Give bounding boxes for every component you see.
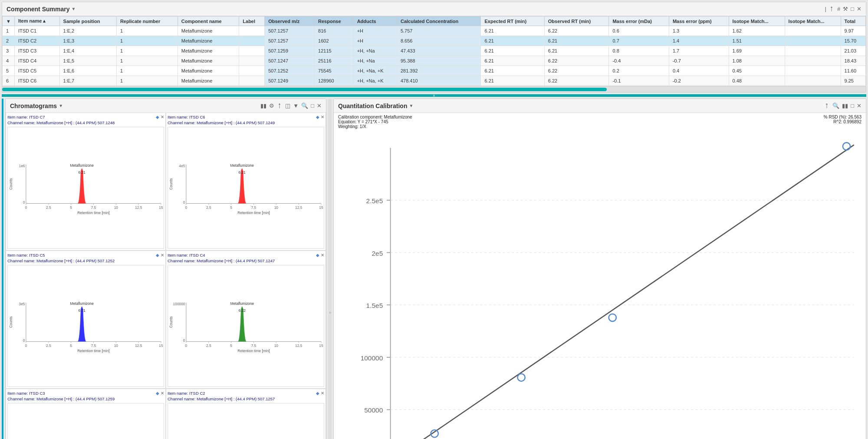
- chromatograms-toolbar: ▮▮ ⚙ ⭡ ◫ ▼ 🔍 □ ✕: [260, 102, 322, 109]
- table-row[interactable]: 3ITSD C31:E,41Metaflumizone507.125912115…: [3, 46, 866, 56]
- svg-text:4e5: 4e5: [179, 163, 185, 168]
- col-header-item-name[interactable]: Item name ▴: [14, 17, 59, 26]
- wrench-icon[interactable]: ⚒: [843, 6, 848, 12]
- bar-chart-icon[interactable]: ▮▮: [260, 102, 266, 109]
- vertical-resizer[interactable]: ≡: [2, 94, 866, 97]
- chrom-layout-icon[interactable]: ◫: [285, 102, 290, 109]
- table-cell: Metaflumizone: [178, 36, 239, 46]
- chromatograms-dropdown-icon[interactable]: ▼: [59, 103, 63, 108]
- table-cell: 9.25: [841, 76, 865, 86]
- svg-text:1e6: 1e6: [19, 163, 25, 168]
- calib-link-icon[interactable]: ⭡: [824, 102, 830, 109]
- channel-name-0: Channel name: Metaflumizone [+H] : (44.4…: [7, 120, 115, 125]
- table-cell: 1:E,2: [59, 26, 116, 36]
- table-cell: [239, 76, 265, 86]
- calibration-toolbar: ⭡ 🔍 ▮▮ □ ✕: [824, 102, 861, 109]
- chrom-bookmark-icon-4[interactable]: ◆: [156, 390, 159, 402]
- col-header-label[interactable]: Label: [239, 17, 265, 26]
- col-header-observed-mz[interactable]: Observed m/z: [265, 17, 315, 26]
- chrom-close-icon[interactable]: ✕: [317, 102, 322, 109]
- calib-close-icon[interactable]: ✕: [857, 102, 861, 109]
- scroll-thumb[interactable]: [2, 88, 607, 91]
- chrom-bookmark-icon-5[interactable]: ◆: [316, 390, 319, 402]
- table-row[interactable]: 1ITSD C11:E,21Metaflumizone507.1257816+H…: [3, 26, 866, 36]
- chrom-link-icon[interactable]: ⭡: [277, 102, 283, 109]
- close-icon[interactable]: ✕: [857, 6, 861, 12]
- chromatogram-cell: Item name: ITSD C7 Channel name: Metaflu…: [6, 113, 166, 251]
- chrom-close-icon-4[interactable]: ✕: [161, 390, 164, 402]
- table-cell: 507.1249: [265, 76, 315, 86]
- col-header-replicate-number[interactable]: Replicate number: [116, 17, 178, 26]
- table-cell: 5.757: [397, 26, 481, 36]
- svg-text:Metaflumizone: Metaflumizone: [70, 163, 94, 168]
- col-header-isotope-match2[interactable]: Isotope Match...: [785, 17, 841, 26]
- chrom-close-icon-5[interactable]: ✕: [321, 390, 324, 402]
- chrom-bookmark-icon-1[interactable]: ◆: [316, 114, 319, 126]
- calib-maximize-icon[interactable]: □: [851, 102, 854, 109]
- table-cell: +H, +Na, +K: [353, 76, 397, 86]
- table-cell: 47.433: [397, 46, 481, 56]
- table-cell: ITSD C1: [14, 26, 59, 36]
- calib-component: Calibration component: Metaflumizone: [338, 115, 412, 119]
- item-name-0: Item name: ITSD C7: [7, 114, 115, 120]
- table-row[interactable]: 6ITSD C61:E,71Metaflumizone507.124912896…: [3, 76, 866, 86]
- maximize-icon[interactable]: □: [851, 6, 854, 12]
- col-header-mass-error-mda[interactable]: Mass error (mDa): [609, 17, 669, 26]
- col-header-response[interactable]: Response: [315, 17, 354, 26]
- chrom-close-icon-2[interactable]: ✕: [161, 252, 164, 264]
- svg-text:10: 10: [114, 343, 118, 347]
- chrom-bookmark-icon-0[interactable]: ◆: [156, 114, 159, 126]
- col-header-sample-position[interactable]: Sample position: [59, 17, 116, 26]
- chrom-bookmark-icon-2[interactable]: ◆: [156, 252, 159, 264]
- table-cell: 75545: [315, 66, 354, 76]
- svg-text:7.5: 7.5: [251, 343, 256, 347]
- chrom-maximize-icon[interactable]: □: [311, 102, 314, 109]
- table-row[interactable]: 2ITSD C21:E,31Metaflumizone507.12571602+…: [3, 36, 866, 46]
- component-summary-dropdown-icon[interactable]: ▼: [71, 7, 76, 11]
- pin-icon[interactable]: |: [825, 6, 826, 12]
- col-header-expected-rt[interactable]: Expected RT (min): [481, 17, 544, 26]
- chrom-close-icon-0[interactable]: ✕: [161, 114, 164, 126]
- col-header-mass-error-ppm[interactable]: Mass error (ppm): [669, 17, 729, 26]
- chrom-gear-icon[interactable]: ⚙: [269, 102, 274, 109]
- table-cell: 0.8: [609, 46, 669, 56]
- col-header-calc-conc[interactable]: Calculated Concentration: [397, 17, 481, 26]
- chromatogram-grid: Item name: ITSD C7 Channel name: Metaflu…: [6, 113, 326, 439]
- table-cell: 1: [3, 26, 15, 36]
- chrom-arrow-icon[interactable]: ▼: [293, 102, 299, 109]
- share-icon[interactable]: ⭡: [829, 6, 835, 12]
- svg-text:2.5e5: 2.5e5: [366, 197, 383, 205]
- table-cell: 1:E,7: [59, 76, 116, 86]
- table-cell: 6.22: [544, 56, 609, 66]
- calibration-dropdown-icon[interactable]: ▼: [409, 103, 413, 108]
- horizontal-scrollbar[interactable]: [2, 86, 866, 92]
- col-header-total[interactable]: Total: [841, 17, 865, 26]
- chrom-plot-1: Counts 4e5 0 0 2.5 5 7.5 10 12.5: [168, 127, 324, 249]
- table-cell: 6.21: [481, 36, 544, 46]
- table-cell: 6.21: [544, 46, 609, 56]
- table-row[interactable]: 5ITSD C51:E,61Metaflumizone507.125275545…: [3, 66, 866, 76]
- chrom-close-icon-1[interactable]: ✕: [321, 114, 324, 126]
- calib-search-icon[interactable]: 🔍: [832, 102, 839, 109]
- chrom-plot-0: Counts 1e6 0 0 2.5 5 7.5 10 12.5: [7, 127, 164, 249]
- calib-bar-icon[interactable]: ▮▮: [842, 102, 848, 109]
- col-header-adducts[interactable]: Adducts: [353, 17, 397, 26]
- chrom-search-icon[interactable]: 🔍: [301, 102, 308, 109]
- col-header-sort[interactable]: ▼: [3, 17, 15, 26]
- svg-text:Metaflumizone: Metaflumizone: [230, 301, 254, 306]
- left-accent-bar: [2, 99, 3, 439]
- table-row[interactable]: 4ITSD C41:E,51Metaflumizone507.124725116…: [3, 56, 866, 66]
- col-header-observed-rt[interactable]: Observed RT (min): [544, 17, 609, 26]
- table-cell: 1.62: [729, 26, 785, 36]
- chrom-bookmark-icon-3[interactable]: ◆: [316, 252, 319, 264]
- col-header-component-name[interactable]: Component name: [178, 17, 239, 26]
- table-cell: 478.410: [397, 76, 481, 86]
- table-cell: 1:E,6: [59, 66, 116, 76]
- table-cell: 1.51: [729, 36, 785, 46]
- chrom-close-icon-3[interactable]: ✕: [321, 252, 324, 264]
- hash-icon[interactable]: #: [837, 6, 840, 12]
- horizontal-resizer[interactable]: ≡: [328, 99, 332, 439]
- col-header-isotope-match1[interactable]: Isotope Match...: [729, 17, 785, 26]
- component-summary-toolbar: | ⭡ # ⚒ □ ✕: [825, 6, 861, 12]
- svg-text:Retention time [min]: Retention time [min]: [237, 210, 270, 215]
